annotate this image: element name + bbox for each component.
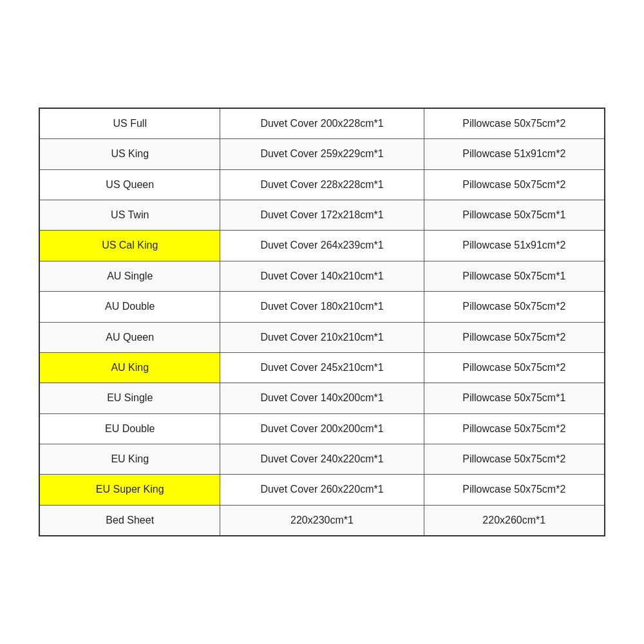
row-pillow: Pillowcase 50x75cm*1 — [424, 261, 605, 291]
row-name: EU Single — [39, 383, 220, 413]
table-row: AU KingDuvet Cover 245x210cm*1Pillowcase… — [39, 352, 605, 383]
row-name: EU Double — [39, 413, 220, 444]
row-name: Bed Sheet — [39, 505, 220, 536]
row-name: AU Double — [39, 292, 220, 322]
table-row: US KingDuvet Cover 259x229cm*1Pillowcase… — [39, 139, 605, 169]
table-row: EU KingDuvet Cover 240x220cm*1Pillowcase… — [39, 444, 605, 475]
table-row: US FullDuvet Cover 200x228cm*1Pillowcase… — [39, 108, 605, 139]
row-duvet: Duvet Cover 200x228cm*1 — [220, 108, 424, 139]
row-duvet: Duvet Cover 260x220cm*1 — [220, 475, 424, 505]
row-duvet: Duvet Cover 172x218cm*1 — [220, 200, 424, 230]
row-pillow: Pillowcase 51x91cm*2 — [424, 139, 605, 169]
row-name: US King — [39, 139, 220, 169]
row-pillow: Pillowcase 50x75cm*1 — [424, 200, 605, 230]
row-pillow: 220x260cm*1 — [424, 505, 605, 536]
row-pillow: Pillowcase 50x75cm*2 — [424, 413, 605, 444]
table-row: AU SingleDuvet Cover 140x210cm*1Pillowca… — [39, 261, 605, 291]
row-duvet: Duvet Cover 259x229cm*1 — [220, 139, 424, 169]
size-table: US FullDuvet Cover 200x228cm*1Pillowcase… — [39, 108, 605, 536]
row-duvet: Duvet Cover 264x239cm*1 — [220, 231, 424, 261]
row-duvet: Duvet Cover 180x210cm*1 — [220, 292, 424, 322]
table-row: AU DoubleDuvet Cover 180x210cm*1Pillowca… — [39, 292, 605, 322]
row-name: AU Single — [39, 261, 220, 291]
main-container: US FullDuvet Cover 200x228cm*1Pillowcase… — [26, 95, 618, 549]
row-duvet: 220x230cm*1 — [220, 505, 424, 536]
row-duvet: Duvet Cover 200x200cm*1 — [220, 413, 424, 444]
row-name: US Queen — [39, 169, 220, 200]
row-name: EU Super King — [39, 475, 220, 505]
row-pillow: Pillowcase 50x75cm*2 — [424, 292, 605, 322]
row-name: US Twin — [39, 200, 220, 230]
row-pillow: Pillowcase 50x75cm*2 — [424, 108, 605, 139]
row-name: US Cal King — [39, 231, 220, 261]
row-pillow: Pillowcase 50x75cm*2 — [424, 352, 605, 383]
row-pillow: Pillowcase 50x75cm*2 — [424, 322, 605, 352]
row-name: US Full — [39, 108, 220, 139]
table-row: US TwinDuvet Cover 172x218cm*1Pillowcase… — [39, 200, 605, 230]
row-duvet: Duvet Cover 240x220cm*1 — [220, 444, 424, 475]
row-name: AU King — [39, 352, 220, 383]
row-name: AU Queen — [39, 322, 220, 352]
table-row: US QueenDuvet Cover 228x228cm*1Pillowcas… — [39, 169, 605, 200]
row-pillow: Pillowcase 50x75cm*2 — [424, 475, 605, 505]
table-row: US Cal KingDuvet Cover 264x239cm*1Pillow… — [39, 231, 605, 261]
row-duvet: Duvet Cover 228x228cm*1 — [220, 169, 424, 200]
row-name: EU King — [39, 444, 220, 475]
row-duvet: Duvet Cover 140x210cm*1 — [220, 261, 424, 291]
row-pillow: Pillowcase 51x91cm*2 — [424, 231, 605, 261]
table-row: EU Super KingDuvet Cover 260x220cm*1Pill… — [39, 475, 605, 505]
row-pillow: Pillowcase 50x75cm*2 — [424, 169, 605, 200]
table-row: AU QueenDuvet Cover 210x210cm*1Pillowcas… — [39, 322, 605, 352]
row-pillow: Pillowcase 50x75cm*2 — [424, 444, 605, 475]
table-row: EU SingleDuvet Cover 140x200cm*1Pillowca… — [39, 383, 605, 413]
row-duvet: Duvet Cover 140x200cm*1 — [220, 383, 424, 413]
row-duvet: Duvet Cover 245x210cm*1 — [220, 352, 424, 383]
row-pillow: Pillowcase 50x75cm*1 — [424, 383, 605, 413]
table-row: Bed Sheet220x230cm*1220x260cm*1 — [39, 505, 605, 536]
row-duvet: Duvet Cover 210x210cm*1 — [220, 322, 424, 352]
table-row: EU DoubleDuvet Cover 200x200cm*1Pillowca… — [39, 413, 605, 444]
